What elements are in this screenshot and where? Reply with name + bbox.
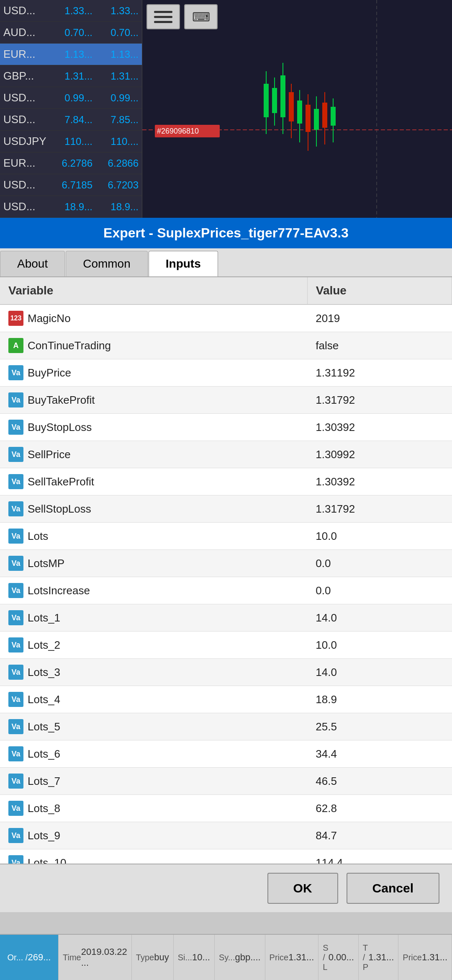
table-row[interactable]: Va Lots 10.0 [0, 523, 452, 550]
variable-cell: Va Lots_6 [0, 740, 307, 768]
value-cell[interactable]: 14.0 [307, 604, 452, 632]
symbol-list[interactable]: USD... 1.33... 1.33...AUD... 0.70... 0.7… [0, 0, 142, 218]
table-row[interactable]: Va SellTakeProfit 1.30392 [0, 468, 452, 495]
value-cell[interactable]: 1.30392 [307, 468, 452, 495]
row-icon: 123 [8, 311, 23, 326]
value-cell[interactable]: 10.0 [307, 523, 452, 550]
value-cell[interactable]: 0.0 [307, 550, 452, 577]
symbol-row[interactable]: USD... 18.9... 18.9... [0, 196, 142, 218]
value-cell[interactable]: 114.4 [307, 849, 452, 864]
table-row[interactable]: Va BuyStopLoss 1.30392 [0, 414, 452, 441]
variable-cell: Va Lots [0, 523, 307, 550]
value-cell[interactable]: 2019 [307, 304, 452, 332]
crosshair-label: #269096810 [157, 127, 199, 135]
symbol-row[interactable]: USD... 0.99... 0.99... [0, 87, 142, 109]
variable-name: Lots_2 [28, 639, 60, 652]
symbol-row[interactable]: USD... 6.7185 6.7203 [0, 174, 142, 196]
symbol-row[interactable]: EUR... 6.2786 6.2866 [0, 152, 142, 174]
table-row[interactable]: Va Lots_10 114.4 [0, 849, 452, 864]
variable-name: ConTinueTrading [28, 339, 111, 352]
value-cell[interactable]: 18.9 [307, 686, 452, 713]
svg-rect-18 [306, 105, 311, 132]
table-row[interactable]: Va Lots_6 34.4 [0, 740, 452, 768]
variable-cell: Va Lots_1 [0, 604, 307, 632]
keyboard-button[interactable]: ⌨ [184, 4, 218, 29]
symbol-ask: 0.70... [92, 27, 139, 39]
table-row[interactable]: Va BuyPrice 1.31192 [0, 359, 452, 387]
table-row[interactable]: A ConTinueTrading false [0, 332, 452, 359]
tab-about[interactable]: About [0, 251, 65, 276]
symbol-row[interactable]: GBP... 1.31... 1.31... [0, 65, 142, 87]
tab-bar: AboutCommonInputs [0, 248, 452, 277]
taskbar-header-7: T / P [363, 943, 368, 972]
tab-inputs[interactable]: Inputs [149, 251, 218, 276]
taskbar-header-3: Si... [178, 953, 192, 962]
symbol-row[interactable]: USDJPY 110.... 110.... [0, 131, 142, 152]
symbol-row[interactable]: USD... 7.84... 7.85... [0, 109, 142, 131]
variable-name: LotsIncrease [28, 584, 90, 597]
symbol-name: AUD... [3, 26, 46, 39]
table-wrapper[interactable]: Variable Value 123 MagicNo 2019 A ConTin… [0, 277, 452, 864]
value-cell[interactable]: 25.5 [307, 713, 452, 740]
taskbar-col-2: Typebuy [132, 935, 174, 980]
symbol-name: GBP... [3, 70, 46, 83]
variable-name: SellPrice [28, 448, 71, 461]
symbol-row[interactable]: AUD... 0.70... 0.70... [0, 22, 142, 44]
ok-button[interactable]: OK [267, 873, 338, 904]
symbol-name: USD... [3, 91, 46, 104]
table-row[interactable]: Va Lots_3 14.0 [0, 659, 452, 686]
value-cell[interactable]: 1.30392 [307, 414, 452, 441]
symbol-ask: 18.9... [92, 201, 139, 213]
symbol-row[interactable]: EUR... 1.13... 1.13... [0, 44, 142, 65]
variable-cell: Va Lots_2 [0, 632, 307, 659]
variable-cell: Va Lots_3 [0, 659, 307, 686]
row-icon: Va [8, 828, 23, 843]
variable-cell: Va LotsIncrease [0, 577, 307, 604]
value-cell[interactable]: 34.4 [307, 740, 452, 768]
dialog-footer: OK Cancel [0, 864, 452, 912]
symbol-ask: 6.2866 [92, 157, 139, 169]
value-cell[interactable]: 84.7 [307, 822, 452, 849]
hamburger-icon [154, 11, 172, 23]
table-row[interactable]: Va SellStopLoss 1.31792 [0, 495, 452, 523]
table-row[interactable]: 123 MagicNo 2019 [0, 304, 452, 332]
row-icon: Va [8, 501, 23, 516]
cancel-button[interactable]: Cancel [347, 873, 439, 904]
table-row[interactable]: Va SellPrice 1.30992 [0, 441, 452, 468]
tab-common[interactable]: Common [66, 251, 148, 276]
variable-name: Lots_9 [28, 829, 60, 842]
table-row[interactable]: Va Lots_4 18.9 [0, 686, 452, 713]
table-row[interactable]: Va BuyTakeProfit 1.31792 [0, 387, 452, 414]
table-row[interactable]: Va LotsMP 0.0 [0, 550, 452, 577]
variable-name: Lots_5 [28, 720, 60, 733]
value-cell[interactable]: 1.31192 [307, 359, 452, 387]
symbol-row[interactable]: USD... 1.33... 1.33... [0, 0, 142, 22]
table-row[interactable]: Va Lots_9 84.7 [0, 822, 452, 849]
row-icon: Va [8, 447, 23, 462]
value-cell[interactable]: false [307, 332, 452, 359]
variable-cell: Va Lots_4 [0, 686, 307, 713]
table-row[interactable]: Va Lots_8 62.8 [0, 795, 452, 822]
row-icon: Va [8, 529, 23, 544]
value-cell[interactable]: 0.0 [307, 577, 452, 604]
table-row[interactable]: Va Lots_1 14.0 [0, 604, 452, 632]
value-cell[interactable]: 1.31792 [307, 387, 452, 414]
value-cell[interactable]: 46.5 [307, 768, 452, 795]
hamburger-button[interactable] [146, 4, 180, 29]
taskbar-header-0: Or... / [8, 953, 28, 962]
value-cell[interactable]: 62.8 [307, 795, 452, 822]
variable-cell: A ConTinueTrading [0, 332, 307, 359]
table-row[interactable]: Va LotsIncrease 0.0 [0, 577, 452, 604]
value-cell[interactable]: 10.0 [307, 632, 452, 659]
symbol-bid: 1.33... [46, 5, 92, 17]
symbol-bid: 7.84... [46, 114, 92, 126]
variable-name: MagicNo [28, 312, 71, 325]
value-cell[interactable]: 1.30992 [307, 441, 452, 468]
table-row[interactable]: Va Lots_7 46.5 [0, 768, 452, 795]
table-row[interactable]: Va Lots_2 10.0 [0, 632, 452, 659]
value-cell[interactable]: 1.31792 [307, 495, 452, 523]
table-row[interactable]: Va Lots_5 25.5 [0, 713, 452, 740]
value-cell[interactable]: 14.0 [307, 659, 452, 686]
row-icon: Va [8, 610, 23, 625]
row-icon: Va [8, 556, 23, 571]
